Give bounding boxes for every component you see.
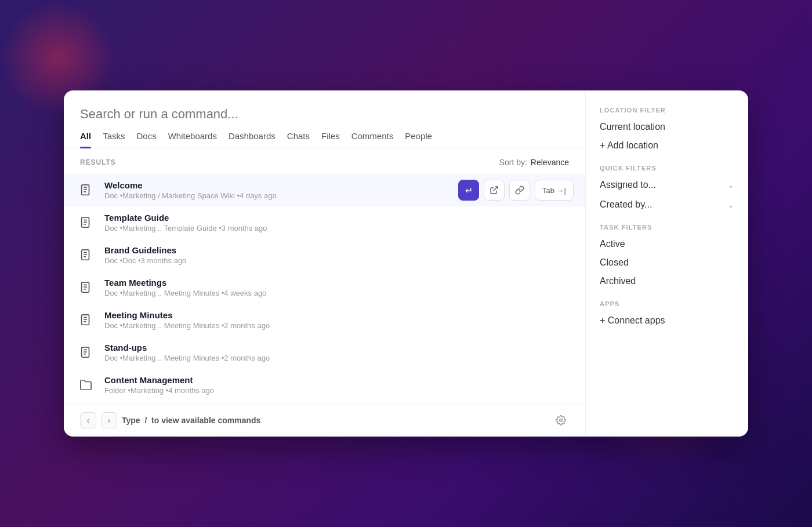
results-header: RESULTS Sort by: Relevance: [64, 148, 585, 172]
tab-all[interactable]: All: [80, 131, 91, 148]
result-item[interactable]: Welcome Doc •Marketing / Marketing Space…: [64, 174, 585, 206]
tab-button[interactable]: Tab →|: [535, 212, 574, 233]
result-info: Team Meetings Doc •Marketing .. Meeting …: [104, 278, 574, 297]
tab-chats[interactable]: Chats: [287, 131, 310, 148]
open-button[interactable]: [484, 212, 505, 233]
footer-hint: Type / to view available commands: [122, 416, 548, 425]
tab-files[interactable]: Files: [321, 131, 340, 148]
doc-icon: [75, 212, 96, 233]
chevron-down-icon: ⌄: [727, 180, 734, 190]
result-info: Welcome Doc •Marketing / Marketing Space…: [104, 180, 458, 200]
quick-filters-section: QUICK FILTERS Assigned to... ⌄ Created b…: [600, 165, 734, 210]
command-hint: to view available commands: [151, 416, 260, 425]
results-list: Welcome Doc •Marketing / Marketing Space…: [64, 172, 585, 404]
search-input[interactable]: [80, 107, 569, 122]
result-meta: Doc •Marketing .. Meeting Minutes •2 mon…: [104, 321, 574, 330]
svg-line-9: [494, 219, 498, 223]
result-item[interactable]: Meeting Minutes Doc •Marketing .. Meetin…: [64, 304, 585, 336]
result-meta: Doc •Doc •3 months ago: [104, 256, 574, 265]
tab-button[interactable]: Tab →|: [535, 180, 574, 201]
link-button[interactable]: [509, 212, 530, 233]
result-info: Meeting Minutes Doc •Marketing .. Meetin…: [104, 310, 574, 330]
active-filter[interactable]: Active: [600, 239, 734, 249]
sort-by-label: Sort by:: [499, 158, 527, 167]
open-button[interactable]: [484, 180, 505, 201]
tabs-bar: All Tasks Docs Whiteboards Dashboards Ch…: [64, 122, 585, 148]
result-item[interactable]: Content Management Folder •Marketing •4 …: [64, 369, 585, 401]
nav-prev-button[interactable]: ‹: [80, 412, 96, 428]
svg-point-26: [560, 419, 563, 422]
result-info: Content Management Folder •Marketing •4 …: [104, 375, 574, 395]
result-info: Brand Guidelines Doc •Doc •3 months ago: [104, 245, 574, 265]
tab-dashboards[interactable]: Dashboards: [229, 131, 276, 148]
assigned-to-label: Assigned to...: [600, 180, 656, 190]
result-meta: Doc •Marketing .. Template Guide •3 mont…: [104, 224, 458, 232]
result-info: Template Guide Doc •Marketing .. Templat…: [104, 213, 458, 232]
doc-icon: [75, 277, 96, 298]
results-label: RESULTS: [80, 158, 116, 166]
assigned-to-filter[interactable]: Assigned to... ⌄: [600, 180, 734, 190]
location-filter-section: LOCATION FILTER Current location + Add l…: [600, 107, 734, 151]
location-filter-title: LOCATION FILTER: [600, 107, 734, 114]
task-filters-section: TASK FILTERS Active Closed Archived: [600, 224, 734, 286]
tab-tasks[interactable]: Tasks: [103, 131, 125, 148]
quick-filters-title: QUICK FILTERS: [600, 165, 734, 172]
result-name: Stand-ups: [104, 343, 574, 352]
sort-value[interactable]: Relevance: [531, 158, 569, 167]
result-name: Meeting Minutes: [104, 310, 574, 320]
current-location-filter[interactable]: Current location: [600, 122, 734, 132]
link-button[interactable]: [509, 180, 530, 201]
result-meta: Doc •Marketing / Marketing Space Wiki •4…: [104, 191, 458, 200]
settings-button[interactable]: [553, 412, 569, 428]
result-name: Brand Guidelines: [104, 245, 574, 255]
created-by-filter[interactable]: Created by... ⌄: [600, 199, 734, 210]
created-by-label: Created by...: [600, 199, 652, 210]
add-location-filter[interactable]: + Add location: [600, 140, 734, 151]
result-item[interactable]: Brand Guidelines Doc •Doc •3 months ago: [64, 239, 585, 271]
search-modal: All Tasks Docs Whiteboards Dashboards Ch…: [64, 90, 748, 437]
doc-icon: [75, 342, 96, 363]
result-item[interactable]: Stand-ups Doc •Marketing .. Meeting Minu…: [64, 336, 585, 369]
tab-people[interactable]: People: [405, 131, 432, 148]
connect-apps-button[interactable]: + Connect apps: [600, 315, 734, 326]
enter-button[interactable]: ↵: [458, 180, 479, 201]
tab-button-label: Tab →|: [542, 186, 566, 195]
search-area: [64, 90, 585, 122]
folder-icon: [75, 375, 96, 395]
archived-filter[interactable]: Archived: [600, 276, 734, 286]
result-meta: Doc •Marketing .. Meeting Minutes •4 wee…: [104, 289, 574, 297]
doc-icon: [75, 180, 96, 201]
enter-button[interactable]: ↵: [458, 212, 479, 233]
result-info: Stand-ups Doc •Marketing .. Meeting Minu…: [104, 343, 574, 362]
result-item[interactable]: Team Meetings Doc •Marketing .. Meeting …: [64, 271, 585, 304]
modal-footer: ‹ › Type / to view available commands: [64, 404, 585, 437]
tab-whiteboards[interactable]: Whiteboards: [168, 131, 217, 148]
sort-area: Sort by: Relevance: [499, 158, 569, 167]
result-meta: Doc •Marketing .. Meeting Minutes •2 mon…: [104, 354, 574, 362]
result-actions: ↵: [458, 180, 574, 201]
tab-comments[interactable]: Comments: [351, 131, 394, 148]
closed-filter[interactable]: Closed: [600, 257, 734, 268]
result-name: Template Guide: [104, 213, 458, 223]
apps-title: APPS: [600, 300, 734, 307]
doc-icon: [75, 310, 96, 330]
task-filters-title: TASK FILTERS: [600, 224, 734, 231]
svg-line-4: [494, 187, 498, 191]
chevron-down-icon: ⌄: [727, 200, 734, 209]
apps-section: APPS + Connect apps: [600, 300, 734, 326]
left-panel: All Tasks Docs Whiteboards Dashboards Ch…: [64, 90, 586, 437]
slash-keyword: /: [144, 416, 147, 425]
nav-next-button[interactable]: ›: [101, 412, 117, 428]
result-name: Team Meetings: [104, 278, 574, 288]
result-name: Content Management: [104, 375, 574, 385]
result-item[interactable]: Template Guide Doc •Marketing .. Templat…: [64, 206, 585, 239]
doc-icon: [75, 245, 96, 266]
result-name: Welcome: [104, 180, 458, 190]
right-panel: LOCATION FILTER Current location + Add l…: [586, 90, 748, 437]
tab-docs[interactable]: Docs: [137, 131, 157, 148]
result-meta: Folder •Marketing •4 months ago: [104, 386, 574, 395]
type-keyword: Type: [122, 416, 140, 425]
